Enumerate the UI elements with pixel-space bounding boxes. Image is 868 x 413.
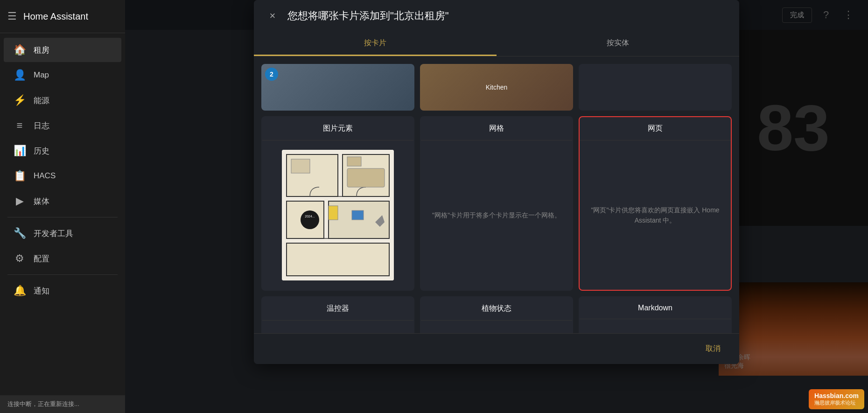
sidebar-divider-2: [7, 274, 118, 275]
bell-icon: 🔔: [13, 285, 26, 297]
main-content: 完成 ? ⋮ 83 + ⋮ 夏日余晖很光海 ⋮ × 您想将哪张卡片添加到"北京出…: [125, 0, 868, 413]
sidebar-item-log[interactable]: ≡ 日志: [4, 113, 121, 138]
tab-by-entity[interactable]: 按实体: [497, 32, 739, 56]
log-icon: ≡: [13, 119, 26, 132]
card-name-markdown: Markdown: [580, 297, 731, 319]
sidebar-item-label: 能源: [34, 95, 49, 106]
card-preview-markdown: [580, 319, 731, 333]
sidebar: ☰ Home Assistant 🏠 租房 👤 Map ⚡ 能源 ≡ 日志 📊 …: [0, 0, 125, 413]
modal-tabs: 按卡片 按实体: [254, 32, 739, 56]
svg-rect-16: [352, 210, 364, 220]
menu-icon[interactable]: ☰: [7, 10, 17, 22]
card-preview-grid: "网格"卡片用于将多个卡片显示在一个网格。: [421, 140, 572, 290]
modal-close-button[interactable]: ×: [265, 8, 280, 23]
home-icon: 🏠: [13, 44, 26, 56]
history-icon: 📊: [13, 145, 26, 157]
svg-point-13: [301, 210, 319, 229]
card-item-grid[interactable]: 网格 "网格"卡片用于将多个卡片显示在一个网格。: [420, 116, 573, 291]
top-row-cards: 2 Kitchen: [261, 64, 732, 111]
sidebar-item-devtools[interactable]: 🔧 开发者工具: [4, 221, 121, 245]
modal-body[interactable]: 2 Kitchen 图片元素: [254, 56, 739, 333]
sidebar-item-history[interactable]: 📊 历史: [4, 139, 121, 163]
sidebar-header: ☰ Home Assistant: [0, 0, 125, 33]
card-item-markdown[interactable]: Markdown: [579, 296, 732, 333]
watermark: Hassbian.com 瀚思彼岸极术论坛: [809, 389, 864, 409]
svg-rect-12: [347, 168, 385, 187]
svg-rect-5: [287, 243, 389, 276]
sidebar-item-energy[interactable]: ⚡ 能源: [4, 88, 121, 112]
sidebar-item-label: 历史: [34, 146, 49, 156]
card-preview-webpage: "网页"卡片供您将喜欢的网页直接嵌入 Home Assistant 中。: [580, 140, 731, 290]
sidebar-item-label: 通知: [34, 286, 49, 296]
wrench-icon: 🔧: [13, 227, 26, 239]
sidebar-item-media[interactable]: ▶ 媒体: [4, 189, 121, 213]
card-name-plant: 植物状态: [421, 297, 572, 321]
card-name-image: 图片元素: [262, 117, 413, 140]
bottom-cards-grid: 温控器 植物状态 Markdown: [261, 296, 732, 333]
sidebar-item-config[interactable]: ⚙ 配置: [4, 246, 121, 271]
modal-overlay: × 您想将哪张卡片添加到"北京出租房" 按卡片 按实体 2: [125, 0, 868, 413]
card-preview-plant: [421, 321, 572, 333]
card-preview-thermostat: [262, 321, 413, 333]
kitchen-label: Kitchen: [486, 84, 508, 91]
floorplan-preview: 2024...: [282, 150, 394, 280]
sidebar-item-label: HACS: [34, 171, 56, 181]
add-card-modal: × 您想将哪张卡片添加到"北京出租房" 按卡片 按实体 2: [254, 0, 739, 364]
card-item-image-elements[interactable]: 图片元素: [261, 116, 414, 291]
tab-by-card[interactable]: 按卡片: [254, 32, 497, 56]
sidebar-divider: [7, 217, 118, 217]
media-icon: ▶: [13, 195, 26, 207]
card-item-plant[interactable]: 植物状态: [420, 296, 573, 333]
sidebar-item-map[interactable]: 👤 Map: [4, 63, 121, 87]
sidebar-item-label: 租房: [34, 45, 49, 56]
svg-rect-15: [329, 206, 338, 220]
sidebar-item-label: 媒体: [34, 196, 49, 207]
top-card-1[interactable]: 2: [261, 64, 414, 111]
watermark-line2: 瀚思彼岸极术论坛: [814, 399, 859, 406]
card-item-thermostat[interactable]: 温控器: [261, 296, 414, 333]
watermark-line1: Hassbian.com: [814, 392, 859, 399]
svg-text:2024...: 2024...: [305, 215, 315, 218]
badge-2: 2: [265, 68, 278, 81]
energy-icon: ⚡: [13, 94, 26, 106]
cards-grid: 图片元素: [261, 116, 732, 291]
modal-title: 您想将哪张卡片添加到"北京出租房": [287, 9, 449, 23]
sidebar-item-notifications[interactable]: 🔔 通知: [4, 279, 121, 303]
card-name-webpage: 网页: [580, 117, 731, 140]
sidebar-item-label: Map: [34, 70, 49, 80]
cancel-button[interactable]: 取消: [698, 340, 728, 357]
top-card-kitchen[interactable]: Kitchen: [420, 64, 573, 111]
card-name-thermostat: 温控器: [262, 297, 413, 321]
gear-icon: ⚙: [13, 252, 26, 265]
card-name-grid: 网格: [421, 117, 572, 140]
sidebar-item-label: 日志: [34, 120, 49, 131]
svg-rect-10: [291, 159, 310, 173]
card-preview-image: 2024...: [262, 140, 413, 290]
sidebar-nav: 🏠 租房 👤 Map ⚡ 能源 ≡ 日志 📊 历史 📋 HACS ▶ 媒体: [0, 33, 125, 413]
svg-rect-11: [347, 157, 361, 166]
hacs-icon: 📋: [13, 170, 26, 182]
sidebar-item-label: 配置: [34, 253, 49, 264]
modal-footer: 取消: [254, 333, 739, 364]
sidebar-item-hacs[interactable]: 📋 HACS: [4, 164, 121, 188]
card-item-webpage[interactable]: 网页 "网页"卡片供您将喜欢的网页直接嵌入 Home Assistant 中。: [579, 116, 732, 291]
sidebar-item-label: 开发者工具: [34, 228, 73, 239]
modal-header: × 您想将哪张卡片添加到"北京出租房": [254, 0, 739, 32]
connection-status: 连接中断，正在重新连接...: [0, 395, 125, 413]
top-card-3[interactable]: [579, 64, 732, 111]
sidebar-item-zufu[interactable]: 🏠 租房: [4, 38, 121, 62]
app-title: Home Assistant: [23, 11, 88, 22]
person-icon: 👤: [13, 69, 26, 81]
